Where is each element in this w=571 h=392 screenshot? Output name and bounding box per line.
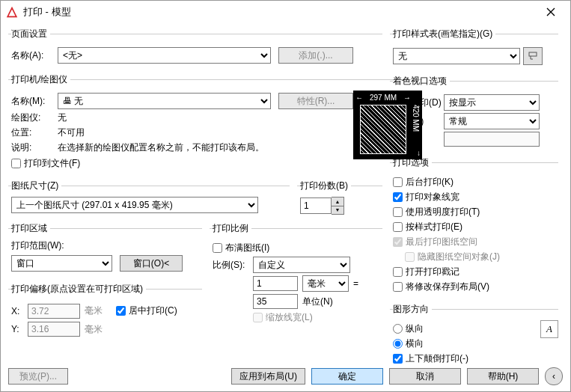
opt-save-layout-label: 将修改保存到布局(V) xyxy=(406,281,489,293)
plot-scale-legend: 打印比例 xyxy=(213,222,251,235)
scale-mm-input[interactable] xyxy=(253,276,298,291)
ok-button[interactable]: 确定 xyxy=(311,368,383,385)
opt-stamp-checkbox[interactable] xyxy=(393,267,403,277)
orientation-group: 图形方向 纵向 横向 上下颠倒打印(-) A xyxy=(390,303,558,369)
preview-button[interactable]: 预览(P)... xyxy=(8,368,68,385)
plot-to-file-checkbox[interactable] xyxy=(11,159,21,168)
offset-y-label: Y: xyxy=(11,324,28,334)
copies-spinner[interactable]: ▲▼ xyxy=(300,197,344,215)
plot-style-legend: 打印样式表(画笔指定)(G) xyxy=(393,28,495,40)
scale-lineweights-checkbox xyxy=(253,313,263,322)
shade-plot-select[interactable]: 按显示 xyxy=(444,94,540,111)
paper-preview: ← 297 MM → ↑ 420 MM ↓ xyxy=(353,91,422,159)
opt-transparency-label: 使用透明度打印(T) xyxy=(406,206,480,218)
location-value: 不可用 xyxy=(58,126,85,139)
quality-select[interactable]: 常规 xyxy=(444,113,540,129)
copies-group: 打印份数(B) ▲▼ xyxy=(297,180,382,216)
equals-label: = xyxy=(353,278,358,289)
apply-to-layout-button[interactable]: 应用到布局(U) xyxy=(231,368,305,385)
page-setup-add-button[interactable]: 添加(.)... xyxy=(278,47,353,64)
page-setup-name-select[interactable]: <无> xyxy=(58,47,271,64)
opt-stamp-label: 打开打印戳记 xyxy=(406,266,459,278)
plot-style-group: 打印样式表(画笔指定)(G) 无 xyxy=(390,28,558,69)
plot-offset-legend: 打印偏移(原点设置在可打印区域) xyxy=(11,283,146,295)
opt-hide-paperspace-checkbox xyxy=(405,252,415,262)
copies-legend: 打印份数(B) xyxy=(300,180,351,192)
plot-area-select[interactable]: 窗口 xyxy=(11,255,112,272)
copies-input[interactable] xyxy=(300,197,332,214)
upside-down-checkbox[interactable] xyxy=(393,354,403,364)
autocad-icon xyxy=(5,5,19,19)
close-icon xyxy=(546,7,555,16)
paper-size-group: 图纸尺寸(Z) 上一个图纸尺寸 (297.01 x 419.95 毫米) xyxy=(8,180,290,216)
plotter-value: 无 xyxy=(58,111,67,124)
spinner-up-icon[interactable]: ▲ xyxy=(332,197,343,206)
fit-to-paper-checkbox[interactable] xyxy=(213,243,222,253)
plot-style-edit-button[interactable] xyxy=(523,47,543,65)
page-setup-legend: 页面设置 xyxy=(11,28,50,40)
shaded-viewport-legend: 着色视口选项 xyxy=(393,75,450,88)
printer-name-label: 名称(M): xyxy=(11,95,58,108)
fit-to-paper-label: 布满图纸(I) xyxy=(225,242,269,254)
printer-legend: 打印机/绘图仪 xyxy=(11,73,70,86)
portrait-label: 纵向 xyxy=(406,322,424,335)
landscape-label: 横向 xyxy=(406,337,424,350)
plot-options-group: 打印选项 后台打印(K) 打印对象线宽 使用透明度打印(T) 按样式打印(E) … xyxy=(390,156,558,297)
landscape-radio[interactable] xyxy=(393,339,403,349)
paper-hatch xyxy=(360,105,406,154)
offset-y-input xyxy=(28,322,80,337)
offset-x-input xyxy=(28,304,80,319)
plotter-label: 绘图仪: xyxy=(11,111,58,124)
window-pick-button[interactable]: 窗口(O)< xyxy=(120,255,183,272)
paper-height-label: 420 MM xyxy=(412,105,420,132)
dialog-footer: 预览(P)... 应用到布局(U) 确定 取消 帮助(H) ‹ xyxy=(8,367,563,385)
page-setup-name-label: 名称(A): xyxy=(11,49,58,62)
center-plot-checkbox[interactable] xyxy=(116,306,126,316)
opt-paperspace-last-label: 最后打印图纸空间 xyxy=(406,236,477,248)
window-title: 打印 - 模型 xyxy=(23,5,536,19)
opt-save-layout-checkbox[interactable] xyxy=(393,282,403,292)
portrait-radio[interactable] xyxy=(393,324,403,334)
unit-n-label: 单位(N) xyxy=(302,295,349,308)
printer-properties-button[interactable]: 特性(R)... xyxy=(278,93,353,109)
offset-x-label: X: xyxy=(11,306,28,316)
opt-background-label: 后台打印(K) xyxy=(406,176,454,189)
print-dialog: 打印 - 模型 页面设置 名称(A): <无> 添加(.)... xyxy=(0,0,571,392)
offset-y-unit: 毫米 xyxy=(85,323,103,336)
scale-lineweights-label: 缩放线宽(L) xyxy=(266,311,313,324)
plot-area-what-label: 打印范围(W): xyxy=(11,240,64,251)
opt-plotstyles-checkbox[interactable] xyxy=(393,222,403,232)
arrow-right-icon: → xyxy=(403,94,411,102)
opt-transparency-checkbox[interactable] xyxy=(393,207,403,217)
plot-to-file-label: 打印到文件(F) xyxy=(24,157,80,170)
plot-scale-group: 打印比例 布满图纸(I) 比例(S):自定义 毫米= 单位(N) 缩放线宽(L) xyxy=(210,222,382,328)
plot-style-select[interactable]: 无 xyxy=(393,48,520,64)
dialog-body: 页面设置 名称(A): <无> 添加(.)... 打印机/绘图仪 名称( xyxy=(1,23,570,391)
arrow-down-icon: ↓ xyxy=(417,149,421,157)
orientation-icon: A xyxy=(540,320,558,338)
spinner-down-icon[interactable]: ▼ xyxy=(332,206,343,215)
opt-lineweights-label: 打印对象线宽 xyxy=(406,191,459,203)
help-button[interactable]: 帮助(H) xyxy=(467,368,539,385)
collapse-button[interactable]: ‹ xyxy=(545,367,563,385)
svg-rect-2 xyxy=(529,52,537,56)
scale-select[interactable]: 自定义 xyxy=(253,257,350,273)
titlebar: 打印 - 模型 xyxy=(1,1,570,23)
opt-hide-paperspace-label: 隐藏图纸空间对象(J) xyxy=(418,251,500,263)
paint-icon xyxy=(528,51,538,61)
close-button[interactable] xyxy=(536,1,566,23)
opt-lineweights-checkbox[interactable] xyxy=(393,192,403,202)
cancel-button[interactable]: 取消 xyxy=(389,368,461,385)
paper-size-legend: 图纸尺寸(Z) xyxy=(11,180,61,192)
offset-x-unit: 毫米 xyxy=(85,304,103,317)
upside-down-label: 上下颠倒打印(-) xyxy=(406,352,468,365)
paper-size-select[interactable]: 上一个图纸尺寸 (297.01 x 419.95 毫米) xyxy=(11,197,258,213)
opt-background-checkbox[interactable] xyxy=(393,177,403,187)
scale-unit-input[interactable] xyxy=(253,294,298,309)
opt-paperspace-last-checkbox xyxy=(393,237,403,247)
printer-name-select[interactable]: 🖶 无 xyxy=(58,93,271,109)
description-label: 说明: xyxy=(11,141,58,154)
scale-unit-select[interactable]: 毫米 xyxy=(302,275,349,292)
chevron-left-icon: ‹ xyxy=(552,371,555,382)
page-setup-group: 页面设置 名称(A): <无> 添加(.)... xyxy=(8,28,382,67)
